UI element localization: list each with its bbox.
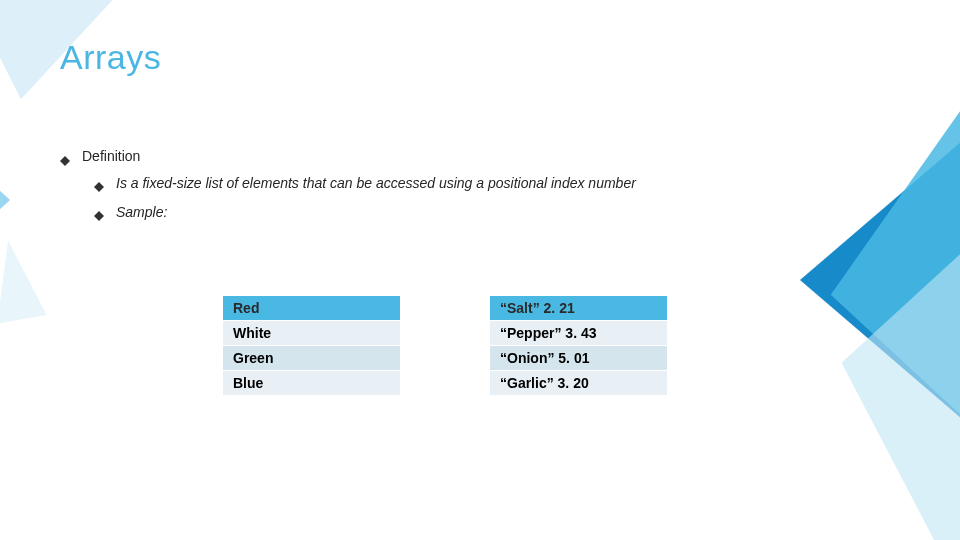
table-row: “Onion” 5. 01 bbox=[490, 346, 668, 371]
colors-table: Red White Green Blue bbox=[222, 295, 401, 396]
table-row: “Salt” 2. 21 bbox=[490, 296, 668, 321]
content-area: Definition Is a fixed-size list of eleme… bbox=[60, 148, 800, 232]
cell: Green bbox=[223, 346, 401, 371]
table-row: Red bbox=[223, 296, 401, 321]
cell: “Garlic” 3. 20 bbox=[490, 371, 668, 396]
sample-tables: Red White Green Blue “Salt” 2. 21 “Peppe… bbox=[222, 295, 668, 396]
table-row: White bbox=[223, 321, 401, 346]
cell: “Onion” 5. 01 bbox=[490, 346, 668, 371]
items-table: “Salt” 2. 21 “Pepper” 3. 43 “Onion” 5. 0… bbox=[489, 295, 668, 396]
bullet-sample: Sample: bbox=[94, 203, 800, 222]
table-row: “Pepper” 3. 43 bbox=[490, 321, 668, 346]
table-row: “Garlic” 3. 20 bbox=[490, 371, 668, 396]
cell: Red bbox=[223, 296, 401, 321]
decorative-background bbox=[0, 0, 960, 540]
cell: White bbox=[223, 321, 401, 346]
table-row: Green bbox=[223, 346, 401, 371]
slide-title: Arrays bbox=[60, 38, 161, 77]
cell: “Salt” 2. 21 bbox=[490, 296, 668, 321]
bullet-text: Sample: bbox=[116, 203, 167, 222]
bullet-text: Is a fixed-size list of elements that ca… bbox=[116, 174, 636, 193]
bullet-icon bbox=[60, 151, 70, 161]
bullet-icon bbox=[94, 206, 104, 216]
table-row: Blue bbox=[223, 371, 401, 396]
bullet-definition-text: Is a fixed-size list of elements that ca… bbox=[94, 174, 800, 193]
bullet-icon bbox=[94, 177, 104, 187]
cell: Blue bbox=[223, 371, 401, 396]
cell: “Pepper” 3. 43 bbox=[490, 321, 668, 346]
bullet-label: Definition bbox=[82, 148, 140, 164]
bullet-definition: Definition bbox=[60, 148, 800, 164]
